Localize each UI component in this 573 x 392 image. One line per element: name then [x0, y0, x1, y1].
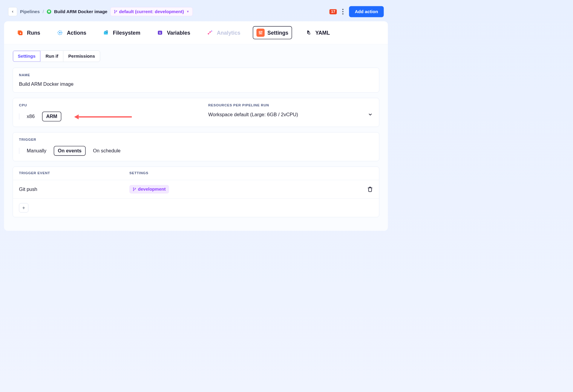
subtab-permissions[interactable]: Permissions — [63, 51, 100, 62]
main-tabs: Runs Actions Filesystem $ Variables Anal… — [4, 21, 388, 44]
pipeline-title: Build ARM Docker image — [54, 9, 107, 14]
tab-filesystem[interactable]: Filesystem — [99, 26, 144, 39]
cpu-resources-panel: CPU x86 ARM RESOURCES PER PIPELINE RUN W… — [13, 98, 379, 127]
variables-icon: $ — [156, 29, 164, 37]
arrow-annotation — [74, 114, 132, 119]
cpu-option-arm[interactable]: ARM — [42, 111, 62, 121]
filesystem-icon — [102, 29, 110, 37]
resources-label: RESOURCES PER PIPELINE RUN — [208, 103, 373, 108]
add-trigger-event-button[interactable]: + — [19, 203, 28, 212]
git-branch-icon — [114, 10, 117, 13]
subtab-run-if[interactable]: Run if — [41, 51, 63, 62]
breadcrumb-separator: / — [43, 9, 44, 14]
main-card: Runs Actions Filesystem $ Variables Anal… — [4, 21, 388, 231]
trigger-option-on-schedule[interactable]: On schedule — [89, 146, 124, 155]
settings-icon — [256, 29, 264, 37]
subtab-settings[interactable]: Settings — [13, 51, 41, 62]
tab-filesystem-label: Filesystem — [113, 30, 140, 36]
svg-point-1 — [114, 13, 115, 13]
svg-rect-9 — [105, 31, 106, 32]
event-name[interactable]: Git push — [19, 186, 129, 192]
name-label: NAME — [19, 73, 373, 77]
tab-analytics[interactable]: Analytics — [203, 26, 244, 39]
tab-runs[interactable]: Runs — [13, 26, 43, 39]
trigger-option-on-events[interactable]: On events — [54, 146, 86, 156]
trigger-toggle: Manually On events On schedule — [19, 146, 124, 156]
add-action-button[interactable]: Add action — [349, 6, 384, 17]
events-table-footer: + — [13, 199, 379, 217]
resources-value: Workspace default (Large: 6GB / 2vCPU) — [208, 111, 298, 117]
events-table-header: TRIGGER EVENT SETTINGS — [13, 167, 379, 180]
trigger-label: TRIGGER — [19, 138, 373, 142]
svg-point-26 — [133, 188, 134, 188]
svg-text:$: $ — [159, 31, 161, 34]
chevron-down-icon — [368, 112, 373, 117]
svg-point-23 — [261, 31, 262, 32]
tab-runs-label: Runs — [27, 30, 40, 36]
svg-point-21 — [259, 31, 260, 33]
events-header-event: TRIGGER EVENT — [19, 171, 129, 175]
trigger-events-panel: TRIGGER EVENT SETTINGS Git push developm… — [13, 166, 379, 217]
header-right: 17 Add action — [330, 6, 384, 17]
cpu-label: CPU — [19, 103, 196, 108]
runs-icon — [16, 29, 24, 37]
back-button[interactable] — [8, 7, 17, 16]
svg-point-7 — [59, 32, 61, 33]
svg-point-14 — [208, 33, 209, 35]
svg-rect-25 — [309, 33, 310, 34]
tab-yaml[interactable]: YAML — [301, 26, 333, 39]
segment-divider — [19, 148, 19, 154]
trigger-option-manually[interactable]: Manually — [23, 146, 50, 155]
header-left: Pipelines / ✱ Build ARM Docker image def… — [8, 7, 193, 16]
trigger-panel: TRIGGER Manually On events On schedule — [13, 132, 379, 161]
svg-point-15 — [209, 31, 211, 33]
analytics-icon — [206, 29, 214, 37]
events-header-settings: SETTINGS — [129, 171, 148, 175]
git-branch-icon — [133, 187, 136, 191]
tab-settings-label: Settings — [267, 30, 288, 36]
subtabs: Settings Run if Permissions — [13, 50, 100, 62]
tab-actions-label: Actions — [67, 30, 86, 36]
tab-actions[interactable]: Actions — [53, 26, 90, 39]
tab-yaml-label: YAML — [315, 30, 330, 36]
trash-icon — [367, 186, 373, 192]
status-success-icon: ✱ — [47, 9, 51, 14]
svg-point-11 — [107, 31, 107, 32]
settings-content: Settings Run if Permissions NAME Build A… — [4, 44, 388, 231]
actions-icon — [56, 29, 64, 37]
svg-point-16 — [211, 30, 212, 32]
page-header: Pipelines / ✱ Build ARM Docker image def… — [4, 4, 388, 21]
svg-point-22 — [260, 33, 261, 34]
tab-settings[interactable]: Settings — [253, 26, 292, 39]
tab-variables-label: Variables — [167, 30, 190, 36]
cpu-toggle: x86 ARM — [19, 111, 62, 121]
svg-point-27 — [133, 190, 134, 191]
svg-rect-8 — [104, 32, 108, 35]
breadcrumb-root[interactable]: Pipelines — [20, 9, 40, 14]
tab-analytics-label: Analytics — [217, 30, 240, 36]
table-row: Git push development — [13, 180, 379, 199]
cpu-option-x86[interactable]: x86 — [23, 112, 38, 121]
name-value[interactable]: Build ARM Docker image — [19, 81, 373, 87]
branch-label: default (current: development) — [119, 9, 184, 14]
event-branch-label: development — [138, 186, 166, 192]
caret-down-icon: ▼ — [186, 10, 189, 13]
tab-variables[interactable]: $ Variables — [153, 26, 194, 39]
notification-badge[interactable]: 17 — [330, 9, 337, 14]
svg-point-0 — [114, 10, 115, 11]
delete-event-button[interactable] — [367, 186, 373, 192]
branch-selector[interactable]: default (current: development) ▼ — [110, 7, 193, 16]
name-panel: NAME Build ARM Docker image — [13, 68, 379, 92]
svg-line-17 — [209, 33, 209, 33]
segment-divider — [19, 114, 19, 120]
more-menu-button[interactable] — [340, 7, 346, 16]
event-branch-tag[interactable]: development — [129, 185, 169, 194]
chevron-left-icon — [11, 10, 14, 13]
svg-point-2 — [116, 10, 117, 11]
yaml-icon — [304, 29, 312, 37]
resources-selector[interactable]: Workspace default (Large: 6GB / 2vCPU) — [208, 111, 373, 117]
svg-point-28 — [135, 188, 136, 189]
